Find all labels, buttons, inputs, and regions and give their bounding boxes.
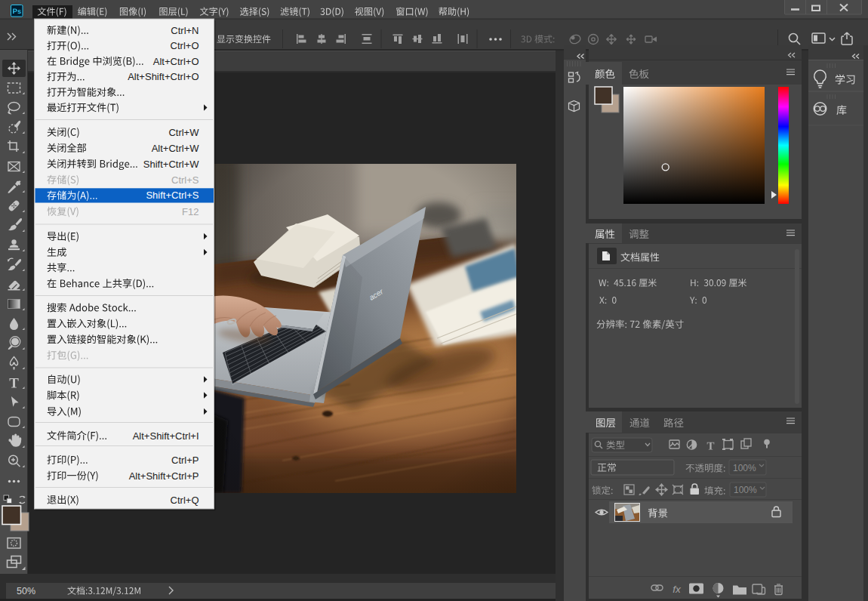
svg-text:Alt+Ctrl+O: Alt+Ctrl+O	[153, 56, 199, 67]
svg-text:Shift+Ctrl+S: Shift+Ctrl+S	[146, 190, 199, 201]
svg-text:Ctrl+W: Ctrl+W	[168, 127, 199, 138]
svg-text:Shift+Ctrl+W: Shift+Ctrl+W	[143, 159, 199, 170]
svg-text:Alt+Shift+Ctrl+P: Alt+Shift+Ctrl+P	[129, 470, 199, 482]
svg-text:Ctrl+O: Ctrl+O	[171, 40, 199, 51]
svg-text:Alt+Shift+Ctrl+I: Alt+Shift+Ctrl+I	[133, 430, 199, 442]
svg-text:50%: 50%	[17, 586, 35, 596]
svg-text:Ctrl+N: Ctrl+N	[171, 25, 199, 36]
svg-text:F12: F12	[182, 206, 199, 217]
svg-text:100%: 100%	[734, 485, 757, 495]
svg-text:Ctrl+Q: Ctrl+Q	[171, 495, 199, 506]
svg-text:Alt+Shift+Ctrl+O: Alt+Shift+Ctrl+O	[128, 71, 199, 82]
svg-text:Alt+Ctrl+W: Alt+Ctrl+W	[152, 143, 200, 154]
svg-text:Ctrl+S: Ctrl+S	[171, 174, 199, 186]
svg-text:Ctrl+P: Ctrl+P	[171, 455, 199, 466]
svg-text:fx: fx	[673, 584, 682, 595]
svg-text:100%: 100%	[733, 463, 756, 473]
